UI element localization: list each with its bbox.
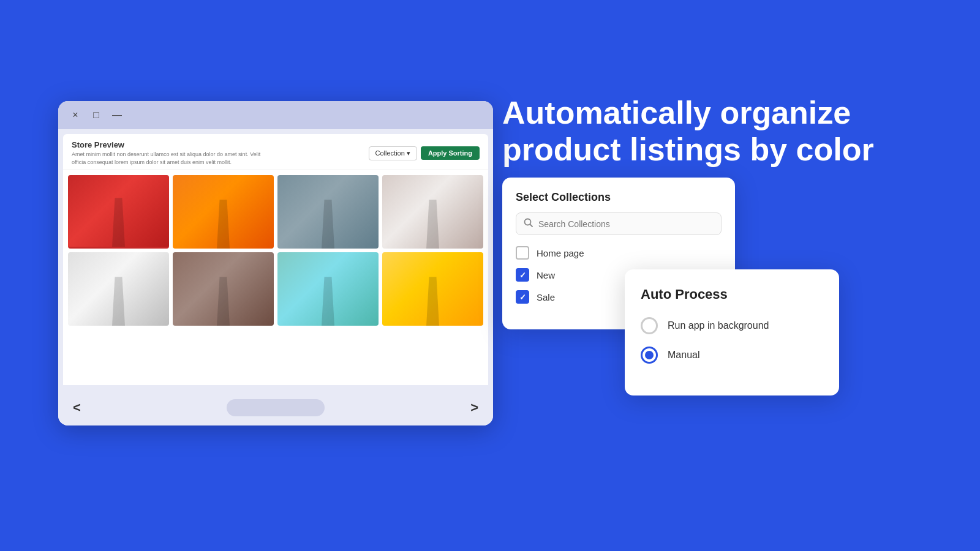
new-label: New — [537, 270, 555, 280]
manual-radio[interactable] — [641, 347, 658, 364]
headline: Automatically organize product listings … — [502, 95, 931, 168]
store-title: Store Preview — [72, 140, 268, 149]
auto-process-title: Auto Process — [641, 287, 823, 302]
store-controls: Collection ▾ Apply Sorting — [369, 146, 480, 160]
product-grid — [63, 170, 488, 331]
browser-bottom: < > — [58, 385, 493, 425]
collections-title: Select Collections — [516, 191, 722, 204]
sale-label: Sale — [537, 292, 555, 302]
store-header: Store Preview Amet minim mollit non dese… — [63, 134, 488, 170]
store-info: Store Preview Amet minim mollit non dese… — [72, 140, 268, 166]
product-card — [277, 175, 379, 249]
manual-label: Manual — [668, 350, 699, 361]
apply-sorting-button[interactable]: Apply Sorting — [421, 146, 480, 160]
collection-item-homepage[interactable]: Home page — [516, 246, 722, 260]
product-card — [382, 252, 483, 326]
product-card — [382, 175, 483, 249]
minimize-button[interactable]: — — [111, 109, 123, 121]
auto-process-panel: Auto Process Run app in background Manua… — [625, 269, 839, 395]
new-checkbox[interactable] — [516, 268, 529, 282]
pagination-bar — [227, 399, 325, 416]
radio-item-manual[interactable]: Manual — [641, 347, 823, 364]
homepage-checkbox[interactable] — [516, 246, 529, 260]
search-icon — [524, 218, 533, 230]
maximize-button[interactable]: □ — [90, 109, 102, 121]
store-description: Amet minim mollit non deserunt ullamco e… — [72, 151, 268, 166]
browser-window: × □ — Store Preview Amet minim mollit no… — [58, 101, 493, 425]
radio-item-background[interactable]: Run app in background — [641, 317, 823, 334]
close-button[interactable]: × — [69, 109, 81, 121]
collection-dropdown[interactable]: Collection ▾ — [369, 146, 417, 160]
next-button[interactable]: > — [470, 400, 478, 416]
sale-checkbox[interactable] — [516, 290, 529, 304]
product-card — [68, 175, 169, 249]
search-input[interactable] — [538, 219, 714, 229]
product-card — [173, 175, 274, 249]
background-radio[interactable] — [641, 317, 658, 334]
prev-button[interactable]: < — [73, 400, 81, 416]
svg-line-1 — [530, 225, 533, 227]
browser-titlebar: × □ — — [58, 101, 493, 129]
product-card — [68, 252, 169, 326]
browser-content: Store Preview Amet minim mollit non dese… — [63, 134, 488, 385]
background-label: Run app in background — [668, 320, 769, 331]
headline-line2: product listings by color — [502, 132, 931, 168]
product-card — [173, 252, 274, 326]
headline-line1: Automatically organize — [502, 95, 931, 132]
product-card — [277, 252, 379, 326]
homepage-label: Home page — [537, 248, 584, 258]
search-box[interactable] — [516, 212, 722, 235]
